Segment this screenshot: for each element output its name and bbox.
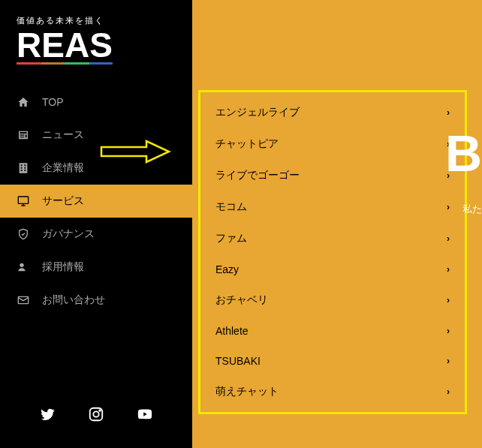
chevron-right-icon: › [447,107,450,118]
nav-item-company[interactable]: 企業情報 [0,152,192,185]
logo[interactable]: R E A S [17,28,176,65]
submenu-label: Eazy [215,263,239,275]
chevron-right-icon: › [447,264,450,275]
submenu-panel: エンジェルライブ › チャットピア › ライブでゴーゴー › モコム › ファム… [198,90,467,414]
submenu-item-athlete[interactable]: Athlete › [200,316,465,346]
submenu-label: モコム [215,200,247,214]
sidebar: 価値ある未来を描く R E A S TOP ニュース 企業情報 [0,0,192,448]
submenu-item-famu[interactable]: ファム › [200,223,465,254]
chevron-right-icon: › [447,202,450,212]
nav-label: 企業情報 [42,161,84,175]
nav-label: 採用情報 [42,260,84,274]
submenu-label: Athlete [215,325,249,337]
submenu-item-angellive[interactable]: エンジェルライブ › [200,97,465,128]
submenu-label: おチャベリ [215,293,268,307]
tagline: 価値ある未来を描く [17,15,176,26]
news-icon [17,128,30,142]
submenu-label: エンジェルライブ [215,106,300,119]
svg-point-5 [99,410,101,411]
chevron-right-icon: › [447,326,450,336]
submenu-label: ファム [215,232,247,245]
monitor-icon [17,194,30,208]
logo-letter-a: A [65,28,89,65]
submenu-label: ライブでゴーゴー [215,169,300,182]
logo-letter-r: R [17,28,41,65]
nav-label: TOP [42,96,64,108]
svg-point-4 [93,411,98,416]
submenu-label: TSUBAKI [215,355,261,367]
chevron-right-icon: › [447,356,450,366]
page-title-fragment: B [445,124,482,182]
chevron-right-icon: › [447,233,450,244]
nav-item-news[interactable]: ニュース [0,119,192,152]
youtube-icon[interactable] [137,406,153,425]
nav-label: ガバナンス [42,227,95,241]
nav-item-service[interactable]: サービス [0,185,192,218]
submenu-item-eazy[interactable]: Eazy › [200,254,465,284]
nav-item-contact[interactable]: お問い合わせ [0,284,192,317]
nav-label: ニュース [42,128,84,142]
submenu-item-chatpia[interactable]: チャットピア › [200,128,465,160]
mail-icon [17,293,30,307]
page-subtext-fragment: 私た [462,203,482,216]
svg-rect-0 [18,197,28,203]
nav-item-governance[interactable]: ガバナンス [0,218,192,251]
logo-area: 価値ある未来を描く R E A S [0,0,192,86]
instagram-icon[interactable] [88,406,104,425]
chevron-right-icon: › [447,295,450,305]
submenu-item-mocom[interactable]: モコム › [200,191,465,223]
chevron-right-icon: › [447,386,450,397]
svg-point-1 [20,263,23,267]
home-icon [17,95,30,109]
building-icon [17,161,30,175]
submenu-item-livegogo[interactable]: ライブでゴーゴー › [200,160,465,191]
person-plus-icon [17,260,30,274]
submenu-item-tsubaki[interactable]: TSUBAKI › [200,346,465,376]
nav-menu: TOP ニュース 企業情報 サービス ガバナンス [0,86,192,398]
nav-label: お問い合わせ [42,293,105,307]
submenu-label: チャットピア [215,137,279,151]
logo-letter-s: S [89,28,113,65]
twitter-icon[interactable] [39,406,56,425]
submenu-label: 萌えチャット [215,385,279,398]
logo-letter-e: E [41,28,65,65]
social-row [0,398,192,448]
submenu-item-moechat[interactable]: 萌えチャット › [200,376,465,407]
nav-item-recruit[interactable]: 採用情報 [0,251,192,284]
nav-item-top[interactable]: TOP [0,86,192,119]
nav-label: サービス [42,194,84,208]
shield-icon [17,227,30,241]
submenu-item-ochaberi[interactable]: おチャベリ › [200,284,465,316]
